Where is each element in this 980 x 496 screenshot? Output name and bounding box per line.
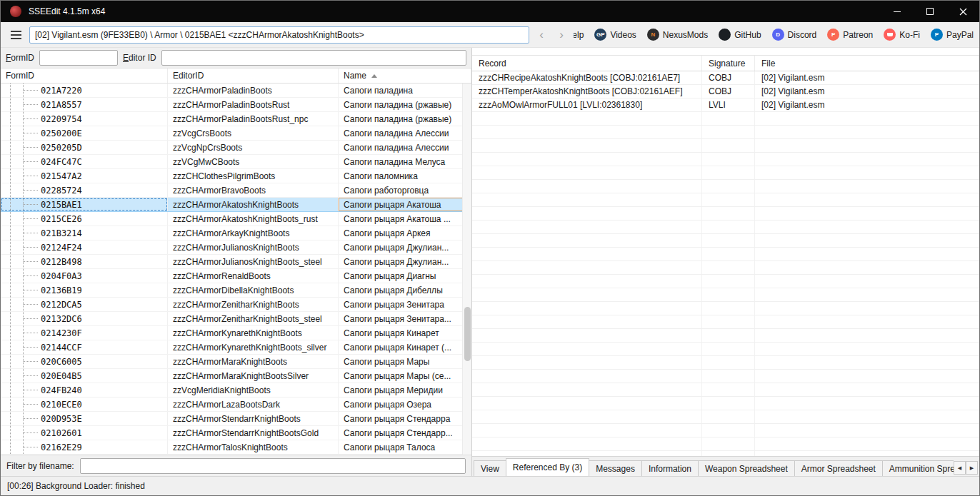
cell-name[interactable]: Сапоги рыцаря Талоса — [339, 440, 471, 454]
tree-row[interactable]: 02136B19zzzCHArmorDibellaKnightBootsСапо… — [1, 283, 471, 298]
tree-row[interactable]: 020E04B5zzzCHArmorMaraKnightBootsSilverС… — [1, 369, 471, 383]
maximize-button[interactable] — [914, 1, 946, 22]
tree-vertical-scrollbar[interactable] — [462, 83, 471, 455]
toolbar-link-discord[interactable]: DDiscord — [772, 29, 817, 41]
cell-editorid[interactable]: zzVcgMeridiaKnightBoots — [168, 383, 339, 397]
cell-signature[interactable]: COBJ — [702, 71, 755, 84]
cell-editorid[interactable]: zzzCHArmorKynarethKnightBoots — [168, 326, 339, 340]
cell-formid[interactable]: 0204F0A3 — [1, 269, 168, 283]
cell-record[interactable]: zzzAoMOwlArmorFULL01 [LVLI:02361830] — [472, 98, 702, 111]
toolbar-link-github[interactable]: GitHub — [719, 29, 761, 41]
toolbar-link-paypal[interactable]: PPayPal — [931, 29, 974, 41]
tree-row[interactable]: 0204F0A3zzzCHArmorRenaldBootsСапоги рыца… — [1, 269, 471, 283]
cell-name[interactable]: Сапоги паладина (ржавые) — [339, 98, 471, 111]
cell-name[interactable]: Сапоги рыцаря Акатоша ... — [339, 212, 471, 226]
cell-name[interactable]: Сапоги рыцаря Дибеллы — [339, 283, 471, 297]
tree-row[interactable]: 024FC47CzzVCgMwCBootsСапоги паладина Мел… — [1, 155, 471, 169]
cell-editorid[interactable]: zzzCHArmorStendarrKnightBootsGold — [168, 426, 339, 440]
toolbar-link-ko-fi[interactable]: Ko-Fi — [884, 29, 920, 41]
tree-row[interactable]: 021A7220zzzCHArmorPaladinBootsСапоги пал… — [1, 83, 471, 98]
tree-row[interactable]: 02102601zzzCHArmorStendarrKnightBootsGol… — [1, 426, 471, 440]
breadcrumb-path-input[interactable] — [29, 26, 529, 44]
cell-editorid[interactable]: zzzCHArmorKynarethKnightBoots_silver — [168, 340, 339, 354]
cell-signature[interactable]: LVLI — [702, 98, 755, 111]
cell-formid[interactable]: 020E04B5 — [1, 369, 168, 383]
tree-row[interactable]: 0214230FzzzCHArmorKynarethKnightBootsСап… — [1, 326, 471, 340]
cell-editorid[interactable]: zzzCHArmorPaladinBootsRust_npc — [168, 112, 339, 126]
cell-name[interactable]: Сапоги рыцаря Мары — [339, 355, 471, 368]
cell-editorid[interactable]: zzzCHArmorZenitharKnightBoots_steel — [168, 312, 339, 325]
cell-file[interactable]: [02] Vigilant.esm — [755, 98, 979, 111]
cell-editorid[interactable]: zzzCHArmorAkatoshKnightBoots_rust — [168, 212, 339, 226]
cell-editorid[interactable]: zzzCHArmorZenitharKnightBoots — [168, 298, 339, 311]
cell-editorid[interactable]: zzzCHArmorJulianosKnightBoots_steel — [168, 255, 339, 268]
tab-view[interactable]: View — [474, 460, 506, 476]
cell-editorid[interactable]: zzVCgMwCBoots — [168, 155, 339, 168]
tree-row[interactable]: 021B3214zzzCHArmorArkayKnightBootsСапоги… — [1, 226, 471, 241]
tree-row[interactable]: 0250200EzzVcgCrsBootsСапоги паладина Але… — [1, 126, 471, 141]
cell-editorid[interactable]: zzzCHArmorMaraKnightBoots — [168, 355, 339, 368]
tab-scroll-right-button[interactable]: ▶ — [966, 461, 978, 475]
cell-record[interactable]: zzzCHTemperAkatoshKnightBoots [COBJ:0216… — [472, 85, 702, 98]
cell-name[interactable]: Сапоги паладина Алессии — [339, 126, 471, 140]
tree-row[interactable]: 0212DCA5zzzCHArmorZenitharKnightBootsСап… — [1, 298, 471, 312]
cell-formid[interactable]: 0210ECE0 — [1, 398, 168, 411]
tree-row[interactable]: 0212B498zzzCHArmorJulianosKnightBoots_st… — [1, 255, 471, 269]
tree-row[interactable]: 021A8557zzzCHArmorPaladinBootsRustСапоги… — [1, 98, 471, 112]
cell-editorid[interactable]: zzzCHClothesPilgrimBoots — [168, 169, 339, 183]
cell-name[interactable]: Сапоги паладина Алессии — [339, 141, 471, 154]
tree-row[interactable]: 024FB240zzVcgMeridiaKnightBootsСапоги ры… — [1, 383, 471, 398]
cell-name[interactable]: Сапоги рыцаря Джулиан... — [339, 241, 471, 254]
cell-name[interactable]: Сапоги рыцаря Стендарр... — [339, 426, 471, 440]
tree-row[interactable]: 0250205DzzVcgNpCrsBootsСапоги паладина А… — [1, 141, 471, 155]
tab-armor-spreadsheet[interactable]: Armor Spreadsheet — [794, 460, 883, 476]
cell-name[interactable]: Сапоги паломника — [339, 169, 471, 183]
cell-editorid[interactable]: zzzCHArmorMaraKnightBootsSilver — [168, 369, 339, 383]
cell-formid[interactable]: 0212B498 — [1, 255, 168, 268]
tree-row[interactable]: 02132DC6zzzCHArmorZenitharKnightBoots_st… — [1, 312, 471, 326]
tree-row[interactable]: 020C6005zzzCHArmorMaraKnightBootsСапоги … — [1, 355, 471, 369]
tab-scroll-left-button[interactable]: ◀ — [954, 461, 966, 475]
cell-name[interactable]: Сапоги рыцаря Мары (се... — [339, 369, 471, 383]
cell-name[interactable]: Сапоги паладина — [339, 83, 471, 97]
cell-editorid[interactable]: zzzCHArmorJulianosKnightBoots — [168, 241, 339, 254]
menu-button[interactable] — [6, 26, 25, 44]
toolbar-link-help[interactable]: Help — [574, 29, 584, 40]
column-header-name[interactable]: Name — [339, 69, 471, 83]
cell-editorid[interactable]: zzzCHArmorPaladinBoots — [168, 83, 339, 97]
cell-editorid[interactable]: zzzCHArmorDibellaKnightBoots — [168, 283, 339, 297]
cell-formid[interactable]: 02132DC6 — [1, 312, 168, 325]
cell-name[interactable]: Сапоги рыцаря Джулиан... — [339, 255, 471, 268]
cell-editorid[interactable]: zzzCHArmorArkayKnightBoots — [168, 226, 339, 240]
cell-name[interactable]: Сапоги рыцаря Диагны — [339, 269, 471, 283]
column-header-file[interactable]: File — [755, 56, 979, 71]
cell-signature[interactable]: COBJ — [702, 85, 755, 98]
nav-back-button[interactable]: ‹ — [534, 26, 549, 44]
tree-row[interactable]: 02162E29zzzCHArmorTalosKnightBootsСапоги… — [1, 440, 471, 455]
cell-formid[interactable]: 02144CCF — [1, 340, 168, 354]
toolbar-link-nexusmods[interactable]: NNexusMods — [647, 29, 708, 41]
column-header-signature[interactable]: Signature — [702, 56, 755, 71]
tree-row[interactable]: 02124F24zzzCHArmorJulianosKnightBootsСап… — [1, 241, 471, 255]
cell-formid[interactable]: 021A8557 — [1, 98, 168, 111]
cell-formid[interactable]: 02136B19 — [1, 283, 168, 297]
cell-name[interactable]: Сапоги работорговца — [339, 183, 471, 197]
nav-forward-button[interactable]: › — [554, 26, 569, 44]
cell-formid[interactable]: 0250205D — [1, 141, 168, 154]
cell-name[interactable]: Сапоги рыцаря Кинарет — [339, 326, 471, 340]
cell-record[interactable]: zzzCHRecipeAkatoshKnightBoots [COBJ:0216… — [472, 71, 702, 84]
cell-name[interactable]: Сапоги рыцаря Стендарра — [339, 412, 471, 425]
cell-formid[interactable]: 021B3214 — [1, 226, 168, 240]
column-header-editorid[interactable]: EditorID — [168, 69, 339, 83]
tree-row[interactable]: 0215CE26zzzCHArmorAkatoshKnightBoots_rus… — [1, 212, 471, 226]
cell-formid[interactable]: 021547A2 — [1, 169, 168, 183]
tree-row[interactable]: 020D953EzzzCHArmorStendarrKnightBootsСап… — [1, 412, 471, 426]
column-header-record[interactable]: Record — [472, 56, 702, 71]
cell-name[interactable]: Сапоги рыцаря Зенитара — [339, 298, 471, 311]
cell-formid[interactable]: 020D953E — [1, 412, 168, 425]
cell-formid[interactable]: 021A7220 — [1, 83, 168, 97]
cell-editorid[interactable]: zzzCHArmorRenaldBoots — [168, 269, 339, 283]
tree-row[interactable]: 02144CCFzzzCHArmorKynarethKnightBoots_si… — [1, 340, 471, 355]
cell-editorid[interactable]: zzzCHArmorBravoBoots — [168, 183, 339, 197]
minimize-button[interactable] — [881, 1, 914, 22]
